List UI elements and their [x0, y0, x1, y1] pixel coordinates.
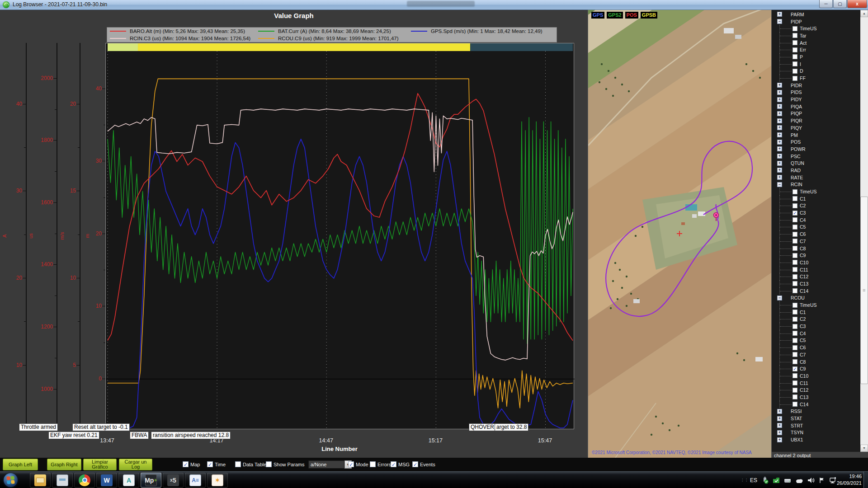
mode-filter-dropdown[interactable]: a/None	[308, 460, 344, 469]
scrollbar-thumb[interactable]	[860, 197, 868, 384]
usb-device-icon[interactable]	[761, 477, 769, 484]
field-checkbox[interactable]	[793, 338, 797, 343]
expand-icon[interactable]: +	[777, 132, 782, 137]
checkbox-checked[interactable]: ✓	[348, 461, 354, 467]
taskbar-app-calculator[interactable]	[52, 473, 73, 488]
tree-field-rcou-c10[interactable]: C10	[772, 372, 859, 380]
tree-node-piqr[interactable]: +PIQR	[772, 117, 859, 124]
tree-field-rcou-timeus[interactable]: TimeUS	[772, 301, 859, 309]
legend-item-baro-alt[interactable]: BARO.Alt (m) (Min: 5,26 Max: 39,43 Mean:…	[107, 28, 255, 34]
tree-node-parm[interactable]: +PARM	[772, 11, 859, 18]
tree-node-piqy[interactable]: +PIQY	[772, 124, 859, 131]
toolbar-checkbox-show-params[interactable]: Show Params	[266, 461, 304, 467]
toolbar-checkbox-map[interactable]: ✓Map	[183, 461, 200, 467]
tree-node-pos[interactable]: +POS	[772, 138, 859, 145]
field-checkbox[interactable]	[793, 225, 797, 230]
field-checkbox[interactable]	[793, 402, 797, 407]
minimize-button[interactable]: ─	[819, 0, 833, 8]
tree-field-pidp-ff[interactable]: FF	[772, 75, 859, 82]
taskbar-app-paint[interactable]: ✶	[207, 473, 228, 488]
tree-field-rcou-c9[interactable]: ✓C9	[772, 365, 859, 372]
tree-node-ubx1[interactable]: +UBX1	[772, 436, 859, 443]
tree-field-rcin-c13[interactable]: C13	[772, 280, 859, 287]
tree-field-rcou-c5[interactable]: C5	[772, 337, 859, 344]
tree-field-pidp-tar[interactable]: Tar	[772, 32, 859, 39]
toolbar-checkbox-errors[interactable]: Errors	[370, 461, 391, 467]
field-checkbox[interactable]	[793, 267, 797, 272]
legend-item-rcin-c3[interactable]: RCIN.C3 (us) (Min: 1094 Max: 1904 Mean: …	[107, 36, 255, 41]
tree-field-rcou-c2[interactable]: C2	[772, 316, 859, 323]
backup-status-icon[interactable]	[773, 477, 780, 484]
cargar-un-logbutton[interactable]: Cargar un Log	[119, 459, 152, 470]
tree-field-pidp-i[interactable]: I	[772, 61, 859, 68]
expand-icon[interactable]: +	[777, 12, 782, 17]
tree-node-strt[interactable]: +STRT	[772, 422, 859, 429]
tree-node-rcin[interactable]: −RCIN	[772, 181, 859, 188]
expand-icon[interactable]: +	[777, 90, 782, 95]
title-bar[interactable]: Log Browser - 2021-07-21 11-09-30.bin ─ …	[0, 0, 868, 10]
checkbox-checked[interactable]: ✓	[412, 461, 418, 467]
expand-icon[interactable]: +	[777, 118, 782, 123]
field-checkbox[interactable]	[793, 69, 797, 74]
field-checkbox[interactable]	[793, 303, 797, 308]
checkbox-unchecked[interactable]	[235, 461, 241, 467]
tree-node-pids[interactable]: +PIDS	[772, 89, 859, 96]
field-checkbox[interactable]	[793, 61, 797, 66]
taskbar-app-mission-planner[interactable]: Mp✈	[141, 473, 161, 488]
tree-field-pidp-p[interactable]: P	[772, 53, 859, 61]
field-checkbox[interactable]	[793, 246, 797, 251]
field-checkbox[interactable]	[793, 380, 797, 385]
expand-icon[interactable]: +	[777, 409, 782, 414]
start-button[interactable]	[4, 473, 18, 487]
tree-field-rcou-c1[interactable]: C1	[772, 309, 859, 316]
tree-node-psc[interactable]: +PSC	[772, 153, 859, 160]
taskbar-app-chrome[interactable]	[74, 473, 95, 488]
map-panel[interactable]: GPSGPS2POSGPSB ©2021 Microsoft Corporati…	[588, 10, 771, 458]
checkbox-unchecked[interactable]	[266, 461, 272, 467]
toolbar-checkbox-time[interactable]: ✓Time	[207, 461, 226, 467]
tree-field-rcin-c3[interactable]: ✓C3	[772, 209, 859, 216]
taskbar-app-cad[interactable]: A	[118, 473, 139, 488]
clock[interactable]: 19:46 26/09/2021	[827, 473, 862, 487]
collapse-icon[interactable]: −	[777, 296, 782, 300]
taskbar-app-wordpad[interactable]: A≡	[185, 473, 206, 488]
hard-drive-icon[interactable]	[784, 477, 791, 483]
tree-field-rcin-c8[interactable]: C8	[772, 245, 859, 252]
field-checkbox[interactable]	[793, 345, 797, 350]
tree-field-rcou-c11[interactable]: C11	[772, 380, 859, 387]
scroll-down-arrow[interactable]: ▼	[860, 445, 868, 452]
tree-scrollbar[interactable]: ▲ ▼	[860, 10, 868, 452]
expand-icon[interactable]: +	[777, 416, 782, 421]
toolbar-checkbox-msg[interactable]: ✓MSG	[391, 461, 410, 467]
tree-field-rcou-c14[interactable]: C14	[772, 401, 859, 408]
tree-node-powr[interactable]: +POWR	[772, 145, 859, 153]
volume-icon[interactable]	[807, 477, 815, 483]
legend-item-gps-spd[interactable]: GPS.Spd (m/s) (Min: 1 Max: 18,42 Mean: 1…	[408, 28, 557, 34]
graph-leftbutton[interactable]: Graph Left	[3, 459, 38, 470]
expand-icon[interactable]: +	[777, 125, 782, 130]
tree-node-pidr[interactable]: +PIDR	[772, 82, 859, 89]
expand-icon[interactable]: +	[777, 146, 782, 151]
field-checkbox[interactable]	[793, 189, 797, 194]
tree-field-rcou-c4[interactable]: C4	[772, 330, 859, 337]
plot-area[interactable]	[105, 43, 574, 429]
toolbar-checkbox-events[interactable]: ✓Events	[412, 461, 435, 467]
field-checkbox[interactable]	[793, 76, 797, 81]
expand-icon[interactable]: +	[777, 175, 782, 180]
field-checkbox[interactable]	[793, 324, 797, 329]
field-checkbox[interactable]	[793, 54, 797, 59]
tree-field-rcin-c10[interactable]: C10	[772, 259, 859, 266]
checkbox-unchecked[interactable]	[370, 461, 376, 467]
taskbar-app-word[interactable]: W	[96, 473, 117, 488]
field-checkbox[interactable]	[793, 239, 797, 244]
tree-node-rate[interactable]: +RATE	[772, 174, 859, 181]
tree-field-pidp-d[interactable]: D	[772, 68, 859, 75]
toolbar-checkbox-mode[interactable]: ✓Mode	[348, 461, 368, 467]
field-checkbox[interactable]	[793, 196, 797, 201]
tree-field-rcou-c13[interactable]: C13	[772, 394, 859, 401]
field-checkbox[interactable]	[793, 394, 797, 399]
expand-icon[interactable]: +	[777, 437, 782, 442]
tree-node-pidp[interactable]: −PIDP	[772, 18, 859, 25]
tree-field-rcin-c9[interactable]: C9	[772, 252, 859, 259]
scroll-up-arrow[interactable]: ▲	[860, 10, 868, 17]
